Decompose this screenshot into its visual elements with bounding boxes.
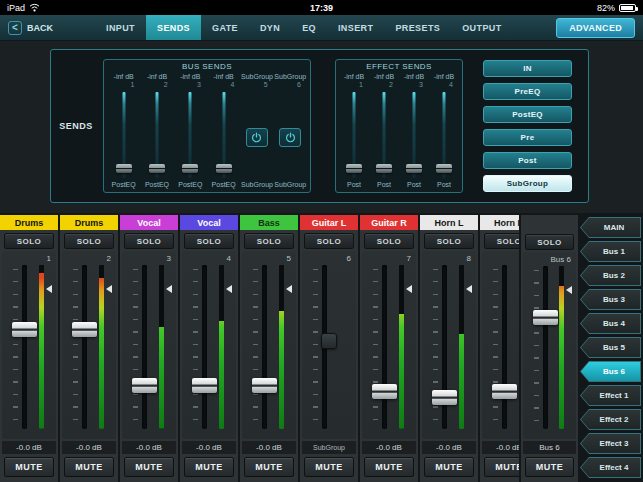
bus-select-sidebar: MAINBus 1Bus 2Bus 3Bus 4Bus 5Bus 6Effect… (580, 215, 643, 482)
solo-button[interactable]: SOLO (4, 233, 54, 249)
fader-cap[interactable] (492, 384, 517, 399)
nav-tab-sends[interactable]: SENDS (146, 15, 201, 40)
fader-cap[interactable] (72, 322, 97, 337)
send-power-button[interactable] (246, 128, 268, 147)
channel-name-label[interactable]: Guitar L (300, 215, 358, 230)
mode-button-in[interactable]: IN (483, 60, 572, 77)
sidebar-item-label: Bus 6 (581, 362, 640, 381)
channel-name-label[interactable]: Vocal (180, 215, 238, 230)
channel-name-label[interactable]: Guitar R (360, 215, 418, 230)
channel-name-label[interactable]: Bass (240, 215, 298, 230)
channel-name-label[interactable]: Horn R (480, 215, 519, 230)
send-channel-2: -inf dB2Post (369, 72, 399, 189)
effect-sends-columns: -inf dB1Post-inf dB2Post-inf dB3Post-inf… (339, 72, 459, 189)
mute-button[interactable]: MUTE (424, 457, 474, 477)
mute-button[interactable]: MUTE (184, 457, 234, 477)
nav-tab-insert[interactable]: INSERT (327, 15, 384, 40)
fader-cap[interactable] (12, 322, 37, 337)
effect-sends-title: EFFECT SENDS (339, 62, 459, 72)
sidebar-item-label: MAIN (581, 218, 640, 237)
send-level-value: -inf dB (140, 72, 173, 81)
sidebar-item-effect-4[interactable]: Effect 4 (580, 457, 641, 478)
solo-button[interactable]: SOLO (364, 233, 414, 249)
send-level-value: -inf dB (207, 72, 240, 81)
fader-cap[interactable] (432, 390, 457, 405)
channel-name-label[interactable]: Vocal (120, 215, 178, 230)
mute-button[interactable]: MUTE (64, 457, 114, 477)
fader-scale-ticks (373, 269, 378, 425)
mute-button[interactable]: MUTE (4, 457, 54, 477)
send-fader-cap[interactable] (116, 164, 132, 173)
mute-button[interactable]: MUTE (525, 457, 574, 477)
sidebar-item-bus-3[interactable]: Bus 3 (580, 289, 641, 310)
channel-number: 7 (407, 254, 411, 263)
channel-name-label[interactable]: Drums (60, 215, 118, 230)
mode-button-posteq[interactable]: PostEQ (483, 106, 572, 123)
sidebar-item-bus-4[interactable]: Bus 4 (580, 313, 641, 334)
sidebar-item-bus-6[interactable]: Bus 6 (580, 361, 641, 382)
send-channel-number: 2 (140, 81, 173, 89)
zero-db-marker (166, 285, 172, 293)
solo-button[interactable]: SOLO (484, 233, 519, 249)
send-fader-cap[interactable] (406, 164, 422, 173)
fader-value-display: -0.0 dB (62, 441, 116, 454)
nav-tab-presets[interactable]: PRESETS (384, 15, 451, 40)
sidebar-item-bus-2[interactable]: Bus 2 (580, 265, 641, 286)
nav-tab-eq[interactable]: EQ (291, 15, 327, 40)
solo-button[interactable]: SOLO (244, 233, 294, 249)
mode-button-preeq[interactable]: PreEQ (483, 83, 572, 100)
send-fader-cap[interactable] (346, 164, 362, 173)
nav-tab-output[interactable]: OUTPUT (451, 15, 512, 40)
subgroup-assign-button[interactable] (321, 333, 337, 349)
advanced-button[interactable]: ADVANCED (556, 18, 635, 38)
fader-value-display: -0.0 dB (182, 441, 236, 454)
fader-cap[interactable] (533, 310, 558, 325)
mute-button[interactable]: MUTE (124, 457, 174, 477)
send-power-button[interactable] (279, 128, 301, 147)
send-fader-cap[interactable] (376, 164, 392, 173)
mute-button[interactable]: MUTE (304, 457, 354, 477)
sidebar-item-bus-5[interactable]: Bus 5 (580, 337, 641, 358)
channel-name-label[interactable]: Horn L (420, 215, 478, 230)
sidebar-item-effect-1[interactable]: Effect 1 (580, 385, 641, 406)
fader-cap[interactable] (252, 378, 277, 393)
solo-button[interactable]: SOLO (64, 233, 114, 249)
sidebar-item-main[interactable]: MAIN (580, 217, 641, 238)
nav-tab-dyn[interactable]: DYN (249, 15, 291, 40)
channel-number: Bus 6 (551, 255, 571, 264)
fader-cap[interactable] (132, 378, 157, 393)
fader-cap[interactable] (372, 384, 397, 399)
solo-button[interactable]: SOLO (184, 233, 234, 249)
send-fader-cap[interactable] (182, 164, 198, 173)
mute-button[interactable]: MUTE (484, 457, 519, 477)
nav-tab-input[interactable]: INPUT (95, 15, 146, 40)
fader-scale-ticks (493, 269, 498, 425)
solo-button[interactable]: SOLO (424, 233, 474, 249)
mute-button[interactable]: MUTE (244, 457, 294, 477)
fader-value-display: -0.0 dB (122, 441, 176, 454)
send-tap-label: Post (339, 180, 369, 189)
send-channel-number: 3 (399, 81, 429, 89)
sidebar-item-bus-1[interactable]: Bus 1 (580, 241, 641, 262)
back-button[interactable]: < BACK (8, 15, 53, 40)
channel-strips: DrumsSOLO1-0.0 dBMUTEDrumsSOLO2-0.0 dBMU… (0, 215, 519, 482)
nav-tab-gate[interactable]: GATE (201, 15, 249, 40)
send-level-value: SubGroup (240, 72, 273, 81)
send-fader-cap[interactable] (149, 164, 165, 173)
mute-button[interactable]: MUTE (364, 457, 414, 477)
bus-strip-spacer (521, 215, 578, 231)
fader-cap[interactable] (192, 378, 217, 393)
sidebar-item-effect-3[interactable]: Effect 3 (580, 433, 641, 454)
send-fader-cap[interactable] (436, 164, 452, 173)
send-fader-cap[interactable] (216, 164, 232, 173)
mode-button-pre[interactable]: Pre (483, 129, 572, 146)
send-channel-number: 4 (207, 81, 240, 89)
mode-button-subgroup[interactable]: SubGroup (483, 175, 572, 192)
channel-name-label[interactable]: Drums (0, 215, 58, 230)
sidebar-item-effect-2[interactable]: Effect 2 (580, 409, 641, 430)
channel-strip-9: Horn RSOLO9-0.0 dBMUTE (480, 215, 519, 482)
solo-button[interactable]: SOLO (304, 233, 354, 249)
solo-button[interactable]: SOLO (525, 234, 574, 250)
mode-button-post[interactable]: Post (483, 152, 572, 169)
solo-button[interactable]: SOLO (124, 233, 174, 249)
